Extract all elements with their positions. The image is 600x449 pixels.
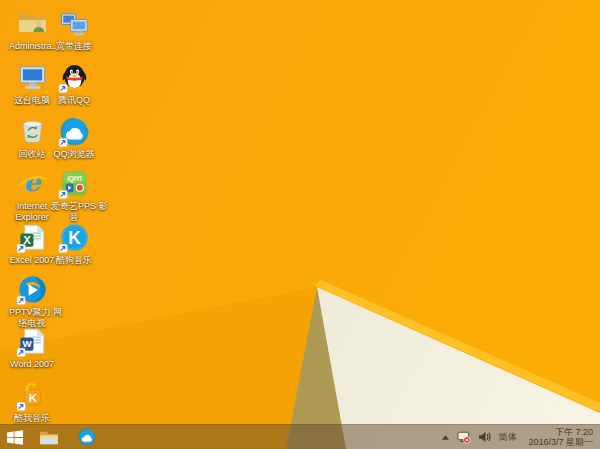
recycle-bin-icon bbox=[16, 115, 49, 148]
taskbar-qq-browser-button[interactable] bbox=[68, 425, 106, 449]
clock-date: 2016/3/7 星期一 bbox=[528, 437, 593, 447]
word-icon: W bbox=[16, 325, 49, 358]
svg-text:e: e bbox=[23, 167, 41, 197]
volume-icon[interactable] bbox=[478, 431, 491, 443]
desktop-icon-recycle-bin[interactable]: 回收站 bbox=[9, 115, 55, 160]
desktop-icon-label: 回收站 bbox=[9, 149, 55, 160]
taskbar: 简体 下午 7:20 2016/3/7 星期一 bbox=[0, 424, 600, 449]
desktop-icon-tencent-qq[interactable]: 腾讯QQ bbox=[51, 61, 97, 106]
network-disconnected-icon[interactable] bbox=[457, 431, 471, 444]
kuwo-icon: K bbox=[16, 379, 49, 412]
svg-text:iQIYI: iQIYI bbox=[67, 175, 82, 183]
qq-browser-icon bbox=[58, 115, 91, 148]
desktop-icon-label: Administra... bbox=[9, 41, 55, 52]
qq-icon bbox=[58, 61, 91, 94]
desktop-icon-this-pc[interactable]: 这台电脑 bbox=[9, 61, 55, 106]
start-button[interactable] bbox=[0, 425, 30, 449]
desktop-icon-kugou-music[interactable]: K酷狗音乐 bbox=[51, 221, 97, 266]
desktop-icon-pptv[interactable]: PPTV聚力 网络电视 bbox=[9, 273, 55, 328]
desktop-icon-label: 爱奇艺PPS 影音 bbox=[51, 201, 97, 222]
input-method-indicator[interactable]: 简体 bbox=[498, 431, 517, 444]
desktop-icon-label: 这台电脑 bbox=[9, 95, 55, 106]
svg-text:K: K bbox=[28, 391, 37, 404]
show-hidden-icons-button[interactable] bbox=[441, 434, 450, 441]
desktop-icon-broadband-connection[interactable]: 宽带连接 bbox=[51, 7, 97, 52]
excel-icon: X bbox=[16, 221, 49, 254]
desktop[interactable]: Administra...宽带连接这台电脑腾讯QQ回收站QQ浏览器eIntern… bbox=[0, 0, 600, 449]
pps-icon: iQIYI bbox=[58, 167, 91, 200]
taskbar-file-explorer-button[interactable] bbox=[30, 425, 68, 449]
user-folder-icon bbox=[16, 7, 49, 40]
pptv-icon bbox=[16, 273, 49, 306]
qq-browser-icon bbox=[77, 427, 97, 447]
desktop-icon-word-2007[interactable]: WWord 2007 bbox=[9, 325, 55, 370]
desktop-icon-iqiyi-pps[interactable]: iQIYI爱奇艺PPS 影音 bbox=[51, 167, 97, 222]
desktop-icon-grid: Administra...宽带连接这台电脑腾讯QQ回收站QQ浏览器eIntern… bbox=[0, 0, 600, 449]
kugou-icon: K bbox=[58, 221, 91, 254]
desktop-icon-kuwo-music[interactable]: K酷我音乐 bbox=[9, 379, 55, 424]
desktop-icon-label: 腾讯QQ bbox=[51, 95, 97, 106]
svg-text:W: W bbox=[22, 338, 32, 349]
desktop-icon-administrator-folder[interactable]: Administra... bbox=[9, 7, 55, 52]
windows-logo-icon bbox=[7, 430, 23, 445]
taskbar-clock[interactable]: 下午 7:20 2016/3/7 星期一 bbox=[524, 427, 593, 447]
svg-text:X: X bbox=[23, 234, 31, 246]
broadband-icon bbox=[58, 7, 91, 40]
desktop-icon-label: 酷狗音乐 bbox=[51, 255, 97, 266]
ie-icon: e bbox=[16, 167, 49, 200]
desktop-icon-excel-2007[interactable]: XExcel 2007 bbox=[9, 221, 55, 266]
desktop-icon-label: InternetExplorer bbox=[9, 201, 55, 222]
file-explorer-icon bbox=[38, 428, 60, 447]
desktop-icon-qq-browser[interactable]: QQ浏览器 bbox=[51, 115, 97, 160]
desktop-icon-internet-explorer[interactable]: eInternetExplorer bbox=[9, 167, 55, 222]
desktop-icon-label: Word 2007 bbox=[9, 359, 55, 370]
clock-time: 下午 7:20 bbox=[555, 427, 593, 437]
desktop-icon-label: 酷我音乐 bbox=[9, 413, 55, 424]
system-tray: 简体 下午 7:20 2016/3/7 星期一 bbox=[441, 427, 600, 447]
desktop-icon-label: Excel 2007 bbox=[9, 255, 55, 266]
desktop-icon-label: 宽带连接 bbox=[51, 41, 97, 52]
svg-text:K: K bbox=[68, 228, 81, 248]
this-pc-icon bbox=[16, 61, 49, 94]
desktop-icon-label: QQ浏览器 bbox=[51, 149, 97, 160]
